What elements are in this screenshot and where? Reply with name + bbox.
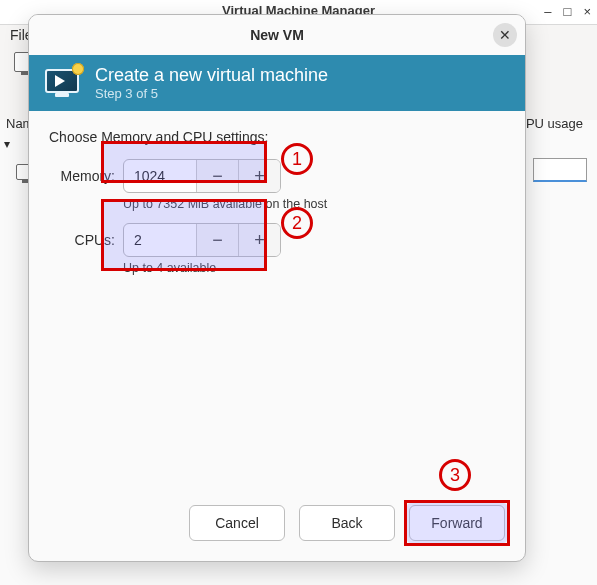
memory-hint: Up to 7352 MiB available on the host xyxy=(123,197,505,211)
parent-col-usage: CPU usage xyxy=(517,116,593,131)
dialog-footer: Cancel Back Forward xyxy=(29,489,525,561)
memory-row: Memory: − + xyxy=(49,159,505,193)
new-vm-dialog: New VM ✕ Create a new virtual machine St… xyxy=(28,14,526,562)
minus-icon: − xyxy=(212,166,223,187)
dialog-body: Choose Memory and CPU settings: Memory: … xyxy=(29,111,525,489)
cpus-hint: Up to 4 available xyxy=(123,261,505,275)
dialog-header-text: Create a new virtual machine Step 3 of 5 xyxy=(95,65,328,101)
memory-label: Memory: xyxy=(49,168,115,184)
parent-window-controls: – □ × xyxy=(544,4,591,19)
memory-input[interactable] xyxy=(124,160,196,192)
parent-tree-expander[interactable]: ▾ xyxy=(4,137,10,151)
parent-close-button[interactable]: × xyxy=(583,4,591,19)
cancel-button[interactable]: Cancel xyxy=(189,505,285,541)
cpus-input[interactable] xyxy=(124,224,196,256)
plus-icon: + xyxy=(254,166,265,187)
cpus-decrement-button[interactable]: − xyxy=(196,224,238,256)
dialog-close-button[interactable]: ✕ xyxy=(493,23,517,47)
dialog-header-step: Step 3 of 5 xyxy=(95,86,328,101)
vm-wizard-icon xyxy=(43,66,83,100)
parent-min-button[interactable]: – xyxy=(544,4,551,19)
cpus-spin: − + xyxy=(123,223,281,257)
cpus-label: CPUs: xyxy=(49,232,115,248)
minus-icon: − xyxy=(212,230,223,251)
dialog-title: New VM xyxy=(250,27,304,43)
memory-spin: − + xyxy=(123,159,281,193)
dialog-titlebar: New VM ✕ xyxy=(29,15,525,55)
forward-button[interactable]: Forward xyxy=(409,505,505,541)
dialog-header: Create a new virtual machine Step 3 of 5 xyxy=(29,55,525,111)
parent-usage-cell xyxy=(533,158,587,182)
memory-decrement-button[interactable]: − xyxy=(196,160,238,192)
cpus-increment-button[interactable]: + xyxy=(238,224,280,256)
section-title: Choose Memory and CPU settings: xyxy=(49,129,505,145)
memory-increment-button[interactable]: + xyxy=(238,160,280,192)
back-button[interactable]: Back xyxy=(299,505,395,541)
cpus-row: CPUs: − + xyxy=(49,223,505,257)
plus-icon: + xyxy=(254,230,265,251)
close-icon: ✕ xyxy=(499,27,511,43)
parent-max-button[interactable]: □ xyxy=(564,4,572,19)
dialog-header-title: Create a new virtual machine xyxy=(95,65,328,86)
